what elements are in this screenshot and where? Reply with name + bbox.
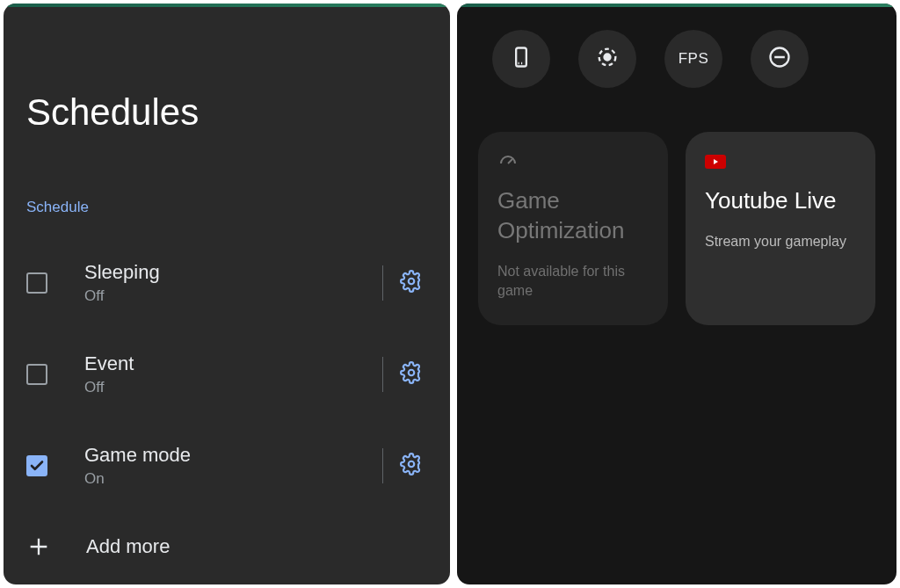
schedule-item-status: On <box>84 470 382 488</box>
dnd-icon <box>767 45 792 73</box>
schedule-item-status: Off <box>84 287 382 305</box>
checkbox-game-mode[interactable] <box>26 455 47 476</box>
record-icon <box>595 45 620 73</box>
plus-icon <box>26 534 51 559</box>
schedule-item-status: Off <box>84 379 382 396</box>
checkbox-sleeping[interactable] <box>26 272 47 294</box>
accent-bar <box>4 4 450 7</box>
schedule-item-name: Sleeping <box>84 261 382 284</box>
card-subtitle: Stream your gameplay <box>705 232 856 251</box>
fps-button[interactable]: FPS <box>664 30 722 88</box>
checkbox-event[interactable] <box>26 364 47 385</box>
youtube-live-card[interactable]: Youtube Live Stream your gameplay <box>686 132 875 325</box>
youtube-icon <box>705 153 856 171</box>
add-more-button[interactable]: Add more <box>4 512 450 582</box>
svg-line-11 <box>508 159 512 163</box>
settings-button-game-mode[interactable] <box>390 445 432 487</box>
game-dashboard-panel: FPS Game Optimization Not available for … <box>457 4 896 584</box>
dnd-button[interactable] <box>751 30 809 88</box>
settings-button-sleeping[interactable] <box>390 262 432 304</box>
svg-point-2 <box>409 461 415 468</box>
divider <box>382 448 383 483</box>
record-button[interactable] <box>578 30 636 88</box>
game-optimization-card[interactable]: Game Optimization Not available for this… <box>478 132 668 325</box>
schedule-item-name: Event <box>84 352 382 375</box>
fps-icon: FPS <box>679 50 709 68</box>
divider <box>382 357 383 392</box>
accent-bar <box>457 4 896 7</box>
gear-icon <box>400 453 423 479</box>
schedules-panel: Schedules Schedule Sleeping Off Event Of… <box>4 4 450 584</box>
svg-point-0 <box>409 279 415 285</box>
svg-point-1 <box>409 370 415 376</box>
settings-button-event[interactable] <box>390 353 432 396</box>
schedule-item-game-mode[interactable]: Game mode On <box>4 420 450 512</box>
divider <box>382 265 383 301</box>
schedule-item-event[interactable]: Event Off <box>4 329 450 420</box>
card-subtitle: Not available for this game <box>497 262 649 301</box>
schedule-item-text: Sleeping Off <box>84 261 382 305</box>
quick-actions-row: FPS <box>457 4 896 88</box>
gear-icon <box>400 270 423 296</box>
schedule-list: Sleeping Off Event Off <box>4 237 450 582</box>
screenshot-button[interactable] <box>492 30 550 88</box>
speedometer-icon <box>497 153 649 171</box>
schedule-item-sleeping[interactable]: Sleeping Off <box>4 237 450 329</box>
card-title: Youtube Live <box>705 186 856 216</box>
schedule-item-text: Game mode On <box>84 444 382 488</box>
svg-point-8 <box>605 54 611 61</box>
gear-icon <box>400 361 423 388</box>
section-label-schedule: Schedule <box>26 199 450 216</box>
card-title: Game Optimization <box>497 186 649 246</box>
schedule-item-text: Event Off <box>84 352 382 396</box>
page-title: Schedules <box>26 91 450 134</box>
schedule-item-name: Game mode <box>84 444 382 467</box>
cards-row: Game Optimization Not available for this… <box>457 88 896 325</box>
screenshot-icon <box>509 45 533 73</box>
add-more-label: Add more <box>86 535 170 558</box>
